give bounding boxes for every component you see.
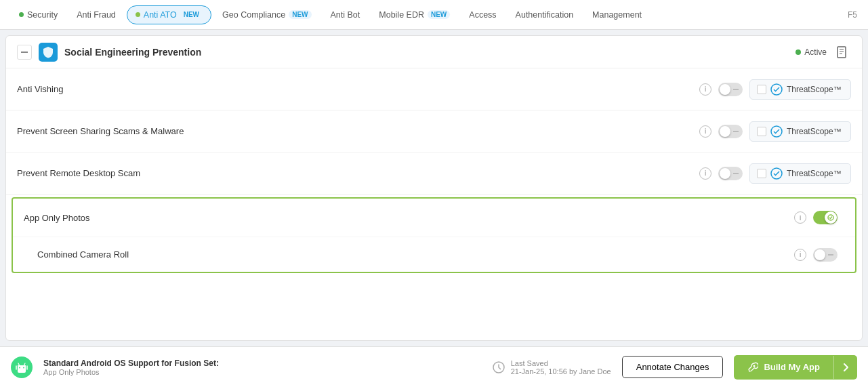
status-dot [795,49,801,55]
collapse-button[interactable] [17,45,32,60]
chevron-right-icon [842,363,849,372]
nav-item-access[interactable]: Access [461,6,504,24]
feature-row-screen-sharing: Prevent Screen Sharing Scams & Malware i… [6,110,862,152]
nav-item-anti-fraud[interactable]: Anti Fraud [68,6,124,24]
nav-item-management[interactable]: Management [584,6,650,24]
threatscope-btn-screen-sharing[interactable]: ThreatScope™ [749,121,851,142]
save-icon [492,361,505,374]
wrench-icon [747,362,758,373]
info-icon-anti-vishing[interactable]: i [699,83,711,96]
threatscope-checkbox-anti-vishing[interactable] [757,85,766,94]
security-dot [19,12,24,17]
threatscope-btn-anti-vishing[interactable]: ThreatScope™ [749,79,851,100]
svg-rect-1 [838,47,846,58]
nav-item-anti-bot[interactable]: Anti Bot [323,6,369,24]
feature-row-app-only-photos: App Only Photos i [13,199,855,237]
save-info: Last Saved 21-Jan-25, 10:56 by Jane Doe [492,359,611,375]
nav-label-anti-fraud: Anti Fraud [77,10,116,20]
threatscope-checkbox-screen-sharing[interactable] [757,127,766,136]
bottom-bar: Standard Android OS Support for Fusion S… [0,346,868,387]
nav-item-mobile-edr[interactable]: Mobile EDR NEW [371,6,458,24]
toggle-remote-desktop[interactable] [718,167,743,180]
main-content: Social Engineering Prevention Active Ant… [5,35,863,341]
android-info-title: Standard Android OS Support for Fusion S… [43,359,481,368]
nav-label-authentification: Authentification [516,10,573,20]
top-nav: Security Anti Fraud Anti ATO NEW Geo Com… [0,0,868,30]
feature-label-anti-vishing: Anti Vishing [17,84,699,94]
nav-label-management: Management [592,10,642,20]
svg-point-10 [23,367,24,368]
feature-label-remote-desktop: Prevent Remote Desktop Scam [17,168,699,178]
build-label: Build My App [764,362,820,372]
nav-item-security[interactable]: Security [11,6,66,24]
toggle-combined-camera-roll[interactable] [813,248,838,262]
build-my-app-button[interactable]: Build My App [734,355,857,380]
nav-label-geo-compliance: Geo Compliance [222,10,285,20]
build-btn-arrow[interactable] [833,356,857,379]
nav-item-geo-compliance[interactable]: Geo Compliance NEW [214,6,319,24]
android-info-sub: App Only Photos [43,368,481,376]
toggle-anti-vishing[interactable] [718,83,743,96]
threatscope-checkbox-remote-desktop[interactable] [757,169,766,178]
svg-rect-0 [21,52,28,53]
doc-icon[interactable] [833,43,851,61]
feature-label-app-only-photos: App Only Photos [24,213,794,223]
nav-label-security: Security [27,10,58,20]
info-icon-combined-camera-roll[interactable]: i [794,249,806,261]
anti-ato-badge: NEW [180,10,203,19]
feature-label-combined-camera-roll: Combined Camera Roll [37,249,794,260]
feature-row-remote-desktop: Prevent Remote Desktop Scam i ThreatScop… [6,152,862,195]
section-title: Social Engineering Prevention [64,47,789,58]
save-text: Last Saved 21-Jan-25, 10:56 by Jane Doe [511,359,611,375]
feature-label-screen-sharing: Prevent Screen Sharing Scams & Malware [17,126,699,136]
annotate-changes-button[interactable]: Annotate Changes [622,356,724,378]
section-header: Social Engineering Prevention Active [6,36,862,68]
bottom-info: Standard Android OS Support for Fusion S… [43,359,481,376]
nav-item-authentification[interactable]: Authentification [508,6,581,24]
nav-label-anti-ato: Anti ATO [144,10,177,20]
status-label: Active [804,47,827,57]
geo-compliance-badge: NEW [289,10,311,19]
status-indicator: Active [795,47,827,57]
shield-icon [39,43,58,62]
threatscope-label-anti-vishing: ThreatScope™ [787,85,842,94]
save-label: Last Saved [511,359,611,367]
threatscope-icon-screen-sharing [770,125,783,138]
feature-row-anti-vishing: Anti Vishing i ThreatScope™ [6,68,862,110]
threatscope-btn-remote-desktop[interactable]: ThreatScope™ [749,163,851,184]
threatscope-icon-anti-vishing [770,83,783,96]
info-icon-screen-sharing[interactable]: i [699,125,711,138]
nav-label-anti-bot: Anti Bot [331,10,360,20]
highlighted-section: App Only Photos i Combined Camera Roll [12,197,856,273]
feature-row-combined-camera-roll: Combined Camera Roll i [13,237,855,272]
nav-label-access: Access [469,10,496,20]
toggle-screen-sharing[interactable] [718,125,743,138]
android-icon [11,357,33,378]
anti-ato-dot [136,12,140,17]
build-btn-main: Build My App [734,355,833,380]
info-icon-app-only-photos[interactable]: i [794,211,806,224]
f5-label: F5 [848,10,857,20]
info-icon-remote-desktop[interactable]: i [699,167,711,180]
svg-point-14 [753,365,756,367]
threatscope-icon-remote-desktop [770,167,783,180]
mobile-edr-badge: NEW [428,10,450,19]
nav-label-mobile-edr: Mobile EDR [379,10,424,20]
threatscope-label-screen-sharing: ThreatScope™ [787,127,842,136]
svg-point-9 [19,367,20,368]
toggle-app-only-photos[interactable] [813,211,838,224]
nav-item-anti-ato[interactable]: Anti ATO NEW [127,5,211,24]
threatscope-label-remote-desktop: ThreatScope™ [787,169,842,178]
save-datetime: 21-Jan-25, 10:56 by Jane Doe [511,367,611,375]
